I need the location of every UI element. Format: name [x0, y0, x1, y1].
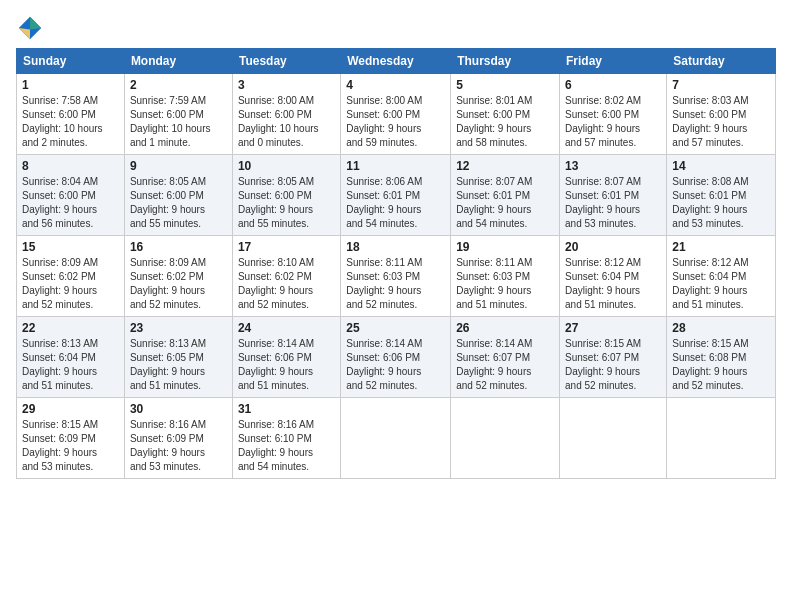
day-cell: 19Sunrise: 8:11 AM Sunset: 6:03 PM Dayli… [451, 236, 560, 317]
day-number: 24 [238, 321, 335, 335]
day-info: Sunrise: 8:15 AM Sunset: 6:07 PM Dayligh… [565, 337, 661, 393]
day-info: Sunrise: 7:59 AM Sunset: 6:00 PM Dayligh… [130, 94, 227, 150]
day-info: Sunrise: 8:12 AM Sunset: 6:04 PM Dayligh… [565, 256, 661, 312]
day-cell [341, 398, 451, 479]
day-number: 2 [130, 78, 227, 92]
day-number: 27 [565, 321, 661, 335]
day-number: 4 [346, 78, 445, 92]
day-cell: 22Sunrise: 8:13 AM Sunset: 6:04 PM Dayli… [17, 317, 125, 398]
day-number: 21 [672, 240, 770, 254]
day-number: 11 [346, 159, 445, 173]
day-number: 17 [238, 240, 335, 254]
day-number: 19 [456, 240, 554, 254]
day-number: 20 [565, 240, 661, 254]
day-cell: 28Sunrise: 8:15 AM Sunset: 6:08 PM Dayli… [667, 317, 776, 398]
day-info: Sunrise: 8:03 AM Sunset: 6:00 PM Dayligh… [672, 94, 770, 150]
day-number: 10 [238, 159, 335, 173]
day-info: Sunrise: 8:15 AM Sunset: 6:08 PM Dayligh… [672, 337, 770, 393]
calendar-table: SundayMondayTuesdayWednesdayThursdayFrid… [16, 48, 776, 479]
header-row: SundayMondayTuesdayWednesdayThursdayFrid… [17, 49, 776, 74]
day-info: Sunrise: 8:04 AM Sunset: 6:00 PM Dayligh… [22, 175, 119, 231]
day-info: Sunrise: 8:13 AM Sunset: 6:05 PM Dayligh… [130, 337, 227, 393]
col-header-monday: Monday [124, 49, 232, 74]
day-cell: 23Sunrise: 8:13 AM Sunset: 6:05 PM Dayli… [124, 317, 232, 398]
day-number: 14 [672, 159, 770, 173]
day-cell: 13Sunrise: 8:07 AM Sunset: 6:01 PM Dayli… [560, 155, 667, 236]
day-cell: 31Sunrise: 8:16 AM Sunset: 6:10 PM Dayli… [232, 398, 340, 479]
day-cell: 30Sunrise: 8:16 AM Sunset: 6:09 PM Dayli… [124, 398, 232, 479]
col-header-saturday: Saturday [667, 49, 776, 74]
day-cell: 8Sunrise: 8:04 AM Sunset: 6:00 PM Daylig… [17, 155, 125, 236]
svg-marker-1 [30, 17, 41, 30]
week-row-3: 15Sunrise: 8:09 AM Sunset: 6:02 PM Dayli… [17, 236, 776, 317]
day-info: Sunrise: 8:08 AM Sunset: 6:01 PM Dayligh… [672, 175, 770, 231]
day-info: Sunrise: 8:09 AM Sunset: 6:02 PM Dayligh… [22, 256, 119, 312]
day-cell: 21Sunrise: 8:12 AM Sunset: 6:04 PM Dayli… [667, 236, 776, 317]
day-cell: 24Sunrise: 8:14 AM Sunset: 6:06 PM Dayli… [232, 317, 340, 398]
day-number: 8 [22, 159, 119, 173]
day-cell: 25Sunrise: 8:14 AM Sunset: 6:06 PM Dayli… [341, 317, 451, 398]
week-row-1: 1Sunrise: 7:58 AM Sunset: 6:00 PM Daylig… [17, 74, 776, 155]
day-number: 6 [565, 78, 661, 92]
day-cell: 7Sunrise: 8:03 AM Sunset: 6:00 PM Daylig… [667, 74, 776, 155]
day-cell: 3Sunrise: 8:00 AM Sunset: 6:00 PM Daylig… [232, 74, 340, 155]
day-cell: 29Sunrise: 8:15 AM Sunset: 6:09 PM Dayli… [17, 398, 125, 479]
day-info: Sunrise: 8:11 AM Sunset: 6:03 PM Dayligh… [346, 256, 445, 312]
day-cell: 5Sunrise: 8:01 AM Sunset: 6:00 PM Daylig… [451, 74, 560, 155]
header [16, 10, 776, 42]
day-info: Sunrise: 7:58 AM Sunset: 6:00 PM Dayligh… [22, 94, 119, 150]
day-info: Sunrise: 8:01 AM Sunset: 6:00 PM Dayligh… [456, 94, 554, 150]
day-cell: 18Sunrise: 8:11 AM Sunset: 6:03 PM Dayli… [341, 236, 451, 317]
day-info: Sunrise: 8:07 AM Sunset: 6:01 PM Dayligh… [456, 175, 554, 231]
day-info: Sunrise: 8:02 AM Sunset: 6:00 PM Dayligh… [565, 94, 661, 150]
day-number: 13 [565, 159, 661, 173]
day-info: Sunrise: 8:09 AM Sunset: 6:02 PM Dayligh… [130, 256, 227, 312]
day-cell: 26Sunrise: 8:14 AM Sunset: 6:07 PM Dayli… [451, 317, 560, 398]
day-info: Sunrise: 8:14 AM Sunset: 6:07 PM Dayligh… [456, 337, 554, 393]
day-info: Sunrise: 8:05 AM Sunset: 6:00 PM Dayligh… [130, 175, 227, 231]
day-number: 9 [130, 159, 227, 173]
day-number: 22 [22, 321, 119, 335]
day-number: 28 [672, 321, 770, 335]
day-cell: 4Sunrise: 8:00 AM Sunset: 6:00 PM Daylig… [341, 74, 451, 155]
day-cell: 27Sunrise: 8:15 AM Sunset: 6:07 PM Dayli… [560, 317, 667, 398]
day-number: 1 [22, 78, 119, 92]
day-cell: 10Sunrise: 8:05 AM Sunset: 6:00 PM Dayli… [232, 155, 340, 236]
calendar-page: SundayMondayTuesdayWednesdayThursdayFrid… [0, 0, 792, 612]
day-cell: 6Sunrise: 8:02 AM Sunset: 6:00 PM Daylig… [560, 74, 667, 155]
day-number: 26 [456, 321, 554, 335]
day-info: Sunrise: 8:14 AM Sunset: 6:06 PM Dayligh… [238, 337, 335, 393]
day-cell: 1Sunrise: 7:58 AM Sunset: 6:00 PM Daylig… [17, 74, 125, 155]
day-cell: 14Sunrise: 8:08 AM Sunset: 6:01 PM Dayli… [667, 155, 776, 236]
day-number: 12 [456, 159, 554, 173]
day-number: 16 [130, 240, 227, 254]
day-info: Sunrise: 8:16 AM Sunset: 6:10 PM Dayligh… [238, 418, 335, 474]
day-info: Sunrise: 8:14 AM Sunset: 6:06 PM Dayligh… [346, 337, 445, 393]
day-number: 30 [130, 402, 227, 416]
logo [16, 14, 46, 42]
col-header-thursday: Thursday [451, 49, 560, 74]
day-info: Sunrise: 8:06 AM Sunset: 6:01 PM Dayligh… [346, 175, 445, 231]
logo-icon [16, 14, 44, 42]
week-row-2: 8Sunrise: 8:04 AM Sunset: 6:00 PM Daylig… [17, 155, 776, 236]
day-cell [667, 398, 776, 479]
day-info: Sunrise: 8:10 AM Sunset: 6:02 PM Dayligh… [238, 256, 335, 312]
day-number: 15 [22, 240, 119, 254]
col-header-sunday: Sunday [17, 49, 125, 74]
day-number: 31 [238, 402, 335, 416]
day-number: 5 [456, 78, 554, 92]
day-cell: 17Sunrise: 8:10 AM Sunset: 6:02 PM Dayli… [232, 236, 340, 317]
day-number: 23 [130, 321, 227, 335]
day-number: 29 [22, 402, 119, 416]
day-info: Sunrise: 8:15 AM Sunset: 6:09 PM Dayligh… [22, 418, 119, 474]
svg-marker-2 [19, 28, 30, 39]
col-header-wednesday: Wednesday [341, 49, 451, 74]
day-cell: 12Sunrise: 8:07 AM Sunset: 6:01 PM Dayli… [451, 155, 560, 236]
day-info: Sunrise: 8:13 AM Sunset: 6:04 PM Dayligh… [22, 337, 119, 393]
day-number: 3 [238, 78, 335, 92]
day-info: Sunrise: 8:07 AM Sunset: 6:01 PM Dayligh… [565, 175, 661, 231]
day-info: Sunrise: 8:11 AM Sunset: 6:03 PM Dayligh… [456, 256, 554, 312]
day-number: 18 [346, 240, 445, 254]
day-info: Sunrise: 8:00 AM Sunset: 6:00 PM Dayligh… [238, 94, 335, 150]
day-cell: 15Sunrise: 8:09 AM Sunset: 6:02 PM Dayli… [17, 236, 125, 317]
